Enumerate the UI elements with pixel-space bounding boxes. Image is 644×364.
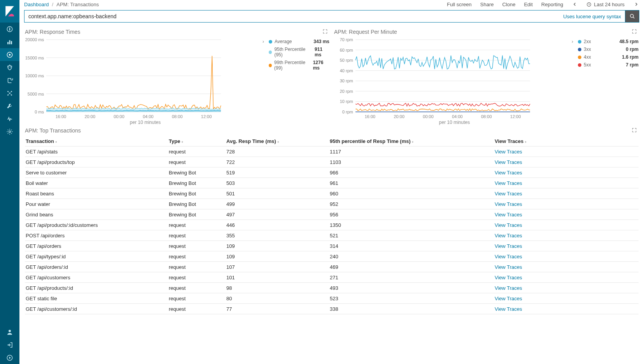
view-traces-link[interactable]: View Traces <box>495 212 522 218</box>
col-type[interactable]: Type♦ <box>169 138 226 144</box>
cell-type: request <box>169 149 226 155</box>
cell-transaction: GET /api/customers <box>25 275 169 280</box>
cell-avg: 109 <box>226 243 330 249</box>
view-traces-link[interactable]: View Traces <box>495 243 522 249</box>
action-fullscreen[interactable]: Full screen <box>447 2 472 7</box>
view-traces-link[interactable]: View Traces <box>495 201 522 207</box>
action-clone[interactable]: Clone <box>502 2 515 7</box>
expand-icon[interactable] <box>322 29 328 34</box>
cell-transaction: POST /api/orders <box>25 233 169 239</box>
legend-dot <box>578 56 581 59</box>
cell-avg: 107 <box>226 264 330 270</box>
action-share[interactable]: Share <box>480 2 494 7</box>
search-button[interactable] <box>625 10 639 23</box>
legend-item[interactable]: 95th Percentile (95)911 ms <box>269 47 329 57</box>
time-label: Last 24 hours <box>594 2 625 7</box>
nav-security-icon[interactable] <box>0 61 19 74</box>
nav-logout-icon[interactable] <box>0 338 19 351</box>
cell-transaction: Pour water <box>25 201 169 207</box>
legend-toggle-icon[interactable]: › <box>262 39 264 44</box>
cell-type: request <box>169 222 226 228</box>
svg-text:70 rpm: 70 rpm <box>340 37 353 42</box>
view-traces-link[interactable]: View Traces <box>495 285 522 291</box>
col-avg[interactable]: Avg. Resp Time (ms)♦ <box>226 138 330 144</box>
svg-text:0 rpm: 0 rpm <box>342 110 353 114</box>
legend-item[interactable]: 2xx48.5 rpm <box>578 39 639 44</box>
search-input[interactable] <box>24 13 559 19</box>
nav-graph-icon[interactable] <box>0 87 19 99</box>
nav-discover-icon[interactable] <box>0 23 19 35</box>
nav-dashboard-icon[interactable] <box>0 48 19 61</box>
view-traces-link[interactable]: View Traces <box>495 306 522 312</box>
cell-type: Brewing Bot <box>169 201 226 207</box>
legend-item[interactable]: 4xx1.6 rpm <box>578 54 639 60</box>
panel-title: APM: Response Times <box>25 29 329 35</box>
cell-avg: 77 <box>226 306 330 312</box>
response-times-chart[interactable]: 0 ms5000 ms10000 ms15000 ms20000 ms16:00… <box>25 37 223 119</box>
nav-management-icon[interactable] <box>0 125 19 138</box>
cell-p95: 1117 <box>330 149 495 155</box>
legend-item[interactable]: 5xx7 rpm <box>578 62 639 68</box>
nav-logs-icon[interactable] <box>0 74 19 87</box>
view-traces-link[interactable]: View Traces <box>495 149 522 155</box>
breadcrumb-root[interactable]: Dashboard <box>24 2 49 7</box>
cell-avg: 497 <box>226 212 330 218</box>
cell-transaction: Grind beans <box>25 212 169 218</box>
view-traces-link[interactable]: View Traces <box>495 222 522 228</box>
svg-text:5000 ms: 5000 ms <box>28 92 44 96</box>
table-row: GET /api/customers/:idrequest77338View T… <box>25 304 639 314</box>
nav-devtools-icon[interactable] <box>0 99 19 112</box>
view-traces-link[interactable]: View Traces <box>495 159 522 165</box>
view-traces-link[interactable]: View Traces <box>495 170 522 176</box>
time-prev-icon[interactable] <box>572 1 578 7</box>
nav-collapse-icon[interactable] <box>0 351 19 364</box>
cell-transaction: GET /api/types/:id <box>25 254 169 260</box>
x-axis-label: per 10 minutes <box>334 120 575 125</box>
legend-item[interactable]: 99th Percentile (99)1276 ms <box>269 60 329 71</box>
view-traces-link[interactable]: View Traces <box>495 275 522 280</box>
nav-visualize-icon[interactable] <box>0 35 19 48</box>
cell-transaction: GET /api/orders/:id <box>25 264 169 270</box>
time-picker[interactable]: Last 24 hours <box>586 2 625 7</box>
time-next-icon[interactable] <box>633 1 639 7</box>
col-traces[interactable]: View Traces♦ <box>495 138 639 144</box>
cell-transaction: GET /api/products/:id/customers <box>25 222 169 228</box>
legend-item[interactable]: 3xx0 rpm <box>578 47 639 52</box>
col-transaction[interactable]: Transaction♦ <box>25 138 169 144</box>
rpm-chart[interactable]: 0 rpm10 rpm20 rpm30 rpm40 rpm50 rpm60 rp… <box>334 37 532 119</box>
cell-p95: 952 <box>330 201 495 207</box>
col-p95[interactable]: 95th percentile of Resp Time (ms)♦ <box>330 138 495 144</box>
view-traces-link[interactable]: View Traces <box>495 233 522 239</box>
view-traces-link[interactable]: View Traces <box>495 264 522 270</box>
view-traces-link[interactable]: View Traces <box>495 254 522 260</box>
nav-monitoring-icon[interactable] <box>0 112 19 125</box>
cell-type: request <box>169 275 226 280</box>
cell-type: Brewing Bot <box>169 191 226 197</box>
cell-p95: 240 <box>330 254 495 260</box>
lucene-hint[interactable]: Uses lucene query syntax <box>559 14 625 19</box>
legend-item[interactable]: Average343 ms <box>269 39 329 44</box>
table-row: GET /api/statsrequest7281117View Traces <box>25 146 639 157</box>
cell-type: Brewing Bot <box>169 170 226 176</box>
table-row: GET /api/products/:id/customersrequest44… <box>25 220 639 230</box>
legend-dot <box>269 51 272 54</box>
expand-icon[interactable] <box>632 29 637 34</box>
svg-point-14 <box>9 330 11 332</box>
table-row: Boil waterBrewing Bot503961View Traces <box>25 178 639 188</box>
cell-type: request <box>169 264 226 270</box>
expand-icon[interactable] <box>632 127 637 133</box>
cell-transaction: GET /api/customers/:id <box>25 306 169 312</box>
legend-dot <box>269 64 272 67</box>
view-traces-link[interactable]: View Traces <box>495 296 522 301</box>
svg-text:20000 ms: 20000 ms <box>25 37 44 42</box>
action-reporting[interactable]: Reporting <box>541 2 563 7</box>
view-traces-link[interactable]: View Traces <box>495 191 522 197</box>
legend-toggle-icon[interactable]: › <box>572 39 573 44</box>
svg-text:00:00: 00:00 <box>114 114 124 119</box>
cell-avg: 355 <box>226 233 330 239</box>
view-traces-link[interactable]: View Traces <box>495 180 522 186</box>
kibana-logo[interactable] <box>0 0 19 23</box>
svg-text:40 rpm: 40 rpm <box>340 68 353 73</box>
action-edit[interactable]: Edit <box>524 2 532 7</box>
nav-user-icon[interactable] <box>0 326 19 338</box>
